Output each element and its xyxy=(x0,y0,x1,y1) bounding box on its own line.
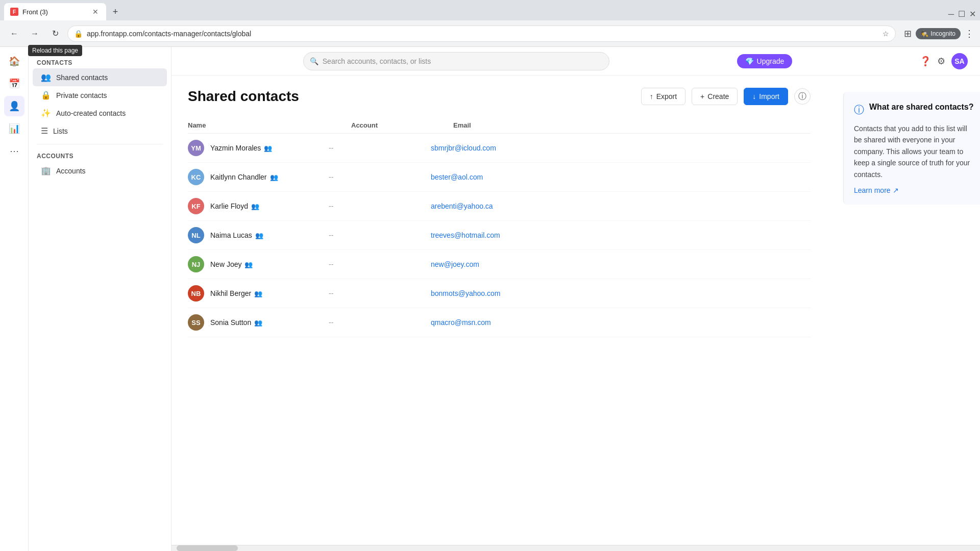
address-input[interactable]: 🔒 app.frontapp.com/contacts-manager/cont… xyxy=(67,26,896,42)
content-area: Shared contacts ↑ Export + Create xyxy=(172,76,980,545)
rail-calendar-icon[interactable]: 📅 xyxy=(4,73,24,94)
rail-home-icon[interactable]: 🏠 xyxy=(4,51,24,71)
create-icon: + xyxy=(700,92,704,101)
forward-button[interactable]: → xyxy=(27,26,43,42)
export-button[interactable]: ↑ Export xyxy=(641,88,685,105)
extensions-icon[interactable]: ⊞ xyxy=(904,28,912,39)
info-panel-title: What are shared contacts? xyxy=(869,102,974,113)
learn-more-link[interactable]: Learn more ↗ xyxy=(854,186,976,194)
help-icon[interactable]: ❓ xyxy=(920,56,931,67)
window-minimize[interactable]: ─ xyxy=(948,10,954,19)
contact-email: bonmots@yahoo.com xyxy=(431,289,811,297)
settings-icon[interactable]: ⚙ xyxy=(937,56,945,67)
active-tab[interactable]: F Front (3) ✕ xyxy=(4,3,106,20)
browser-menu-button[interactable]: ⋮ xyxy=(965,28,974,39)
contact-email: arebenti@yahoo.ca xyxy=(431,202,811,210)
bookmark-icon[interactable]: ☆ xyxy=(883,30,889,38)
contact-name: New Joey xyxy=(210,260,241,268)
horizontal-scrollbar[interactable] xyxy=(172,545,980,551)
contacts-section-title: Contacts xyxy=(29,55,171,68)
info-panel-icon: ⓘ xyxy=(854,103,864,117)
shared-icon: 👥 xyxy=(254,290,262,297)
learn-more-label: Learn more xyxy=(854,186,891,194)
reload-button[interactable]: ↻ Reload this page xyxy=(47,26,63,42)
tab-bar: F Front (3) ✕ + ─ ☐ ✕ xyxy=(0,0,980,20)
sidebar-item-private-contacts[interactable]: 🔒 Private contacts xyxy=(33,86,167,104)
info-panel-header: ⓘ What are shared contacts? xyxy=(854,102,976,117)
contact-name-cell: KF Karlie Floyd 👥 xyxy=(188,198,329,214)
contact-name: Naima Lucas xyxy=(210,231,252,239)
contact-name-cell: SS Sonia Sutton 👥 xyxy=(188,314,329,331)
contact-row[interactable]: NB Nikhil Berger 👥 -- bonmots@yahoo.com xyxy=(188,279,811,308)
create-label: Create xyxy=(707,92,729,101)
upgrade-button[interactable]: 💎 Upgrade xyxy=(737,54,793,68)
contact-email: bester@aol.com xyxy=(431,173,811,181)
external-link-icon: ↗ xyxy=(893,186,899,194)
new-tab-button[interactable]: + xyxy=(108,5,122,19)
contact-row[interactable]: KF Karlie Floyd 👥 -- arebenti@yahoo.ca xyxy=(188,192,811,221)
contact-account: -- xyxy=(329,202,431,210)
rail-contacts-icon[interactable]: 👤 xyxy=(4,96,24,116)
contact-name: Kaitlynn Chandler xyxy=(210,173,267,181)
accounts-section-title: Accounts xyxy=(29,148,171,162)
contact-account: -- xyxy=(329,289,431,297)
info-panel-container: ⓘ What are shared contacts? Contacts tha… xyxy=(827,76,980,545)
contact-row[interactable]: NJ New Joey 👥 -- new@joey.com xyxy=(188,250,811,279)
window-restore[interactable]: ☐ xyxy=(958,9,965,19)
scroll-thumb[interactable] xyxy=(177,545,238,551)
window-controls: ─ ☐ ✕ xyxy=(948,9,976,20)
contact-row[interactable]: YM Yazmin Morales 👥 -- sbmrjbr@icloud.co… xyxy=(188,134,811,163)
contact-email: treeves@hotmail.com xyxy=(431,231,811,239)
contact-name: Sonia Sutton xyxy=(210,318,251,327)
page-info-button[interactable]: ⓘ xyxy=(794,88,811,105)
sidebar-item-label-private: Private contacts xyxy=(56,91,107,99)
contact-account: -- xyxy=(329,144,431,152)
contact-avatar: KF xyxy=(188,198,204,214)
sidebar-item-auto-created[interactable]: ✨ Auto-created contacts xyxy=(33,104,167,122)
contact-name: Yazmin Morales xyxy=(210,144,261,152)
info-panel: ⓘ What are shared contacts? Contacts tha… xyxy=(843,92,980,205)
create-button[interactable]: + Create xyxy=(692,88,738,105)
shared-icon: 👥 xyxy=(270,173,278,181)
sidebar-item-lists[interactable]: ☰ Lists xyxy=(33,122,167,140)
user-avatar[interactable]: SA xyxy=(951,53,968,69)
main-content: 🔍 Search accounts, contacts, or lists 💎 … xyxy=(172,47,980,551)
sidebar-item-shared-contacts[interactable]: 👥 Shared contacts xyxy=(33,68,167,86)
import-button[interactable]: ↓ Import xyxy=(744,88,788,105)
incognito-button[interactable]: 🕵 Incognito xyxy=(916,28,961,39)
page-header: Shared contacts ↑ Export + Create xyxy=(188,88,811,105)
auto-created-icon: ✨ xyxy=(41,108,51,118)
shared-icon: 👥 xyxy=(254,319,262,327)
accounts-icon: 🏢 xyxy=(41,166,51,176)
contact-account: -- xyxy=(329,318,431,327)
contact-email: new@joey.com xyxy=(431,260,811,268)
contact-rows: YM Yazmin Morales 👥 -- sbmrjbr@icloud.co… xyxy=(188,134,811,337)
contact-name-cell: KC Kaitlynn Chandler 👥 xyxy=(188,169,329,185)
rail-analytics-icon[interactable]: 📊 xyxy=(4,118,24,139)
app-area: 🏠 📅 👤 📊 ⋯ Contacts 👥 Shared contacts 🔒 P… xyxy=(0,47,980,551)
rail-more-icon[interactable]: ⋯ xyxy=(4,141,24,161)
tab-close-button[interactable]: ✕ xyxy=(91,7,100,16)
contact-name-cell: NJ New Joey 👥 xyxy=(188,256,329,272)
browser-extras: ⊞ 🕵 Incognito ⋮ xyxy=(904,28,974,39)
contact-avatar: YM xyxy=(188,140,204,156)
contact-account: -- xyxy=(329,173,431,181)
search-bar[interactable]: 🔍 Search accounts, contacts, or lists xyxy=(303,52,609,70)
contact-name: Nikhil Berger xyxy=(210,289,251,297)
contact-name-cell: NB Nikhil Berger 👥 xyxy=(188,285,329,302)
contact-avatar: NB xyxy=(188,285,204,302)
contact-row[interactable]: NL Naima Lucas 👥 -- treeves@hotmail.com xyxy=(188,221,811,250)
contact-row[interactable]: SS Sonia Sutton 👥 -- qmacro@msn.com xyxy=(188,308,811,337)
shared-icon: 👥 xyxy=(244,261,253,268)
contact-avatar: NJ xyxy=(188,256,204,272)
shared-icon: 👥 xyxy=(255,232,263,239)
contact-email: qmacro@msn.com xyxy=(431,318,811,327)
sidebar-item-accounts[interactable]: 🏢 Accounts xyxy=(33,162,167,180)
contact-avatar: KC xyxy=(188,169,204,185)
shared-icon: 👥 xyxy=(251,203,259,210)
upgrade-label: Upgrade xyxy=(757,57,785,65)
contact-row[interactable]: KC Kaitlynn Chandler 👥 -- bester@aol.com xyxy=(188,163,811,192)
window-close[interactable]: ✕ xyxy=(969,9,976,19)
back-button[interactable]: ← xyxy=(6,26,22,42)
app-topbar: 🔍 Search accounts, contacts, or lists 💎 … xyxy=(172,47,980,76)
